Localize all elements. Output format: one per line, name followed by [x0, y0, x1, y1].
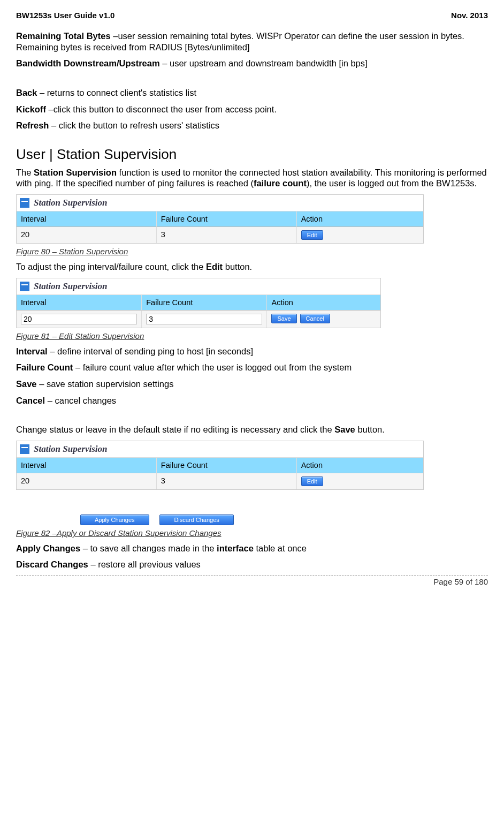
def-bandwidth: Bandwidth Downstream/Upstream – user ups… [16, 58, 488, 69]
figure-caption-82: Figure 82 –Apply or Discard Station Supe… [16, 528, 488, 538]
col-action: Action [297, 458, 423, 473]
t: The [16, 168, 34, 177]
def-apply-changes: Apply Changes – to save all changes made… [16, 543, 488, 554]
col-action: Action [297, 211, 423, 227]
table-row: 20 3 Edit [17, 473, 423, 489]
edit-button[interactable]: Edit [301, 230, 323, 240]
panel-icon [20, 198, 29, 208]
apply-discard-row: Apply Changes Discard Changes [16, 514, 488, 525]
change-status-text: Change status or leave in the default st… [16, 424, 488, 435]
t: button. [223, 262, 252, 271]
panel-titlebar: Station Supervision [17, 278, 380, 295]
panel-title: Station Supervision [34, 281, 107, 292]
page-number: Page 59 of 180 [16, 577, 488, 586]
text: – save station supervision settings [37, 379, 174, 389]
cell-interval: 20 [17, 473, 157, 489]
cell-failure-input [142, 311, 267, 328]
text: – click the button to refresh users' sta… [49, 120, 219, 130]
b: Station Supervision [34, 168, 117, 177]
label: Kickoff [16, 104, 46, 114]
def-remaining-total-bytes: Remaining Total Bytes –user session rema… [16, 31, 488, 52]
cell-interval: 20 [17, 227, 157, 243]
panel-title: Station Supervision [34, 198, 107, 208]
cell-action: Edit [297, 473, 423, 489]
label: Save [16, 379, 37, 389]
label: Discard Changes [16, 559, 88, 569]
cancel-button[interactable]: Cancel [300, 314, 330, 323]
text: –click this button to disconnect the use… [46, 104, 277, 114]
panel-title: Station Supervision [34, 444, 107, 455]
header-right: Nov. 2013 [451, 11, 488, 20]
t: button. [355, 425, 385, 434]
table-header-row: Interval Failure Count Action [17, 211, 423, 227]
table-header-row: Interval Failure Count Action [17, 295, 380, 311]
cell-action: Edit [297, 227, 423, 243]
panel-titlebar: Station Supervision [17, 195, 423, 211]
label: Refresh [16, 120, 49, 130]
station-supervision-panel-edit: Station Supervision Interval Failure Cou… [16, 278, 381, 328]
col-failure-count: Failure Count [157, 458, 297, 473]
def-interval: Interval – define interval of sending pi… [16, 346, 488, 357]
station-supervision-panel-view2: Station Supervision Interval Failure Cou… [16, 441, 424, 490]
cell-failure: 3 [157, 227, 297, 243]
label: Apply Changes [16, 543, 80, 553]
cell-failure: 3 [157, 473, 297, 489]
t: ), the user is logged out from the BW125… [307, 178, 477, 188]
text: – failure count value after which the us… [73, 362, 352, 372]
interval-input[interactable] [21, 314, 137, 324]
cell-interval-input [17, 311, 142, 328]
figure-caption-80: Figure 80 – Station Supervision [16, 247, 488, 256]
b: interface [217, 543, 254, 553]
save-button[interactable]: Save [271, 314, 296, 323]
label: Interval [16, 346, 48, 356]
def-kickoff: Kickoff –click this button to disconnect… [16, 104, 488, 115]
failure-count-input[interactable] [146, 314, 262, 324]
def-discard-changes: Discard Changes – restore all previous v… [16, 559, 488, 570]
label: Failure Count [16, 362, 73, 372]
table-row: 20 3 Edit [17, 227, 423, 243]
b: Save [334, 425, 355, 434]
t: Change status or leave in the default st… [16, 425, 334, 434]
t: – to save all changes made in the [80, 543, 217, 553]
adjust-text: To adjust the ping interval/failure coun… [16, 261, 488, 273]
t: table at once [254, 543, 307, 553]
footer-divider [16, 576, 488, 576]
edit-button[interactable]: Edit [301, 476, 323, 486]
def-save: Save – save station supervision settings [16, 379, 488, 390]
b: failure count [254, 178, 307, 188]
figure-caption-81: Figure 81 – Edit Station Supervision [16, 331, 488, 340]
page-header: BW1253s User Guide v1.0 Nov. 2013 [16, 11, 488, 20]
label: Remaining Total Bytes [16, 31, 111, 41]
col-interval: Interval [17, 211, 157, 227]
text: – restore all previous values [88, 559, 201, 569]
label: Back [16, 88, 37, 97]
panel-titlebar: Station Supervision [17, 441, 423, 458]
text: – cancel changes [45, 396, 116, 405]
text: – returns to connect client's statistics… [37, 88, 196, 97]
label: Cancel [16, 396, 45, 405]
panel-icon [20, 282, 29, 291]
discard-changes-button[interactable]: Discard Changes [159, 514, 233, 525]
text: – define interval of sending ping to hos… [48, 346, 253, 356]
col-failure-count: Failure Count [142, 295, 267, 311]
def-cancel: Cancel – cancel changes [16, 395, 488, 406]
label: Bandwidth Downstream/Upstream [16, 58, 160, 68]
apply-changes-button[interactable]: Apply Changes [80, 514, 149, 525]
t: To adjust the ping interval/failure coun… [16, 262, 206, 271]
def-back: Back – returns to connect client's stati… [16, 87, 488, 99]
b: Edit [206, 262, 223, 271]
def-failure-count: Failure Count – failure count value afte… [16, 362, 488, 373]
cell-action: Save Cancel [267, 311, 380, 328]
section-title: User | Station Supervision [16, 146, 488, 163]
table-header-row: Interval Failure Count Action [17, 458, 423, 473]
col-action: Action [267, 295, 380, 311]
text: – user upstream and downstream bandwidth… [160, 58, 368, 68]
intro-paragraph: The Station Supervision function is used… [16, 167, 488, 189]
panel-icon [20, 444, 29, 454]
station-supervision-panel-view: Station Supervision Interval Failure Cou… [16, 194, 424, 244]
col-interval: Interval [17, 458, 157, 473]
def-refresh: Refresh – click the button to refresh us… [16, 120, 488, 131]
col-failure-count: Failure Count [157, 211, 297, 227]
col-interval: Interval [17, 295, 142, 311]
header-left: BW1253s User Guide v1.0 [16, 11, 114, 20]
